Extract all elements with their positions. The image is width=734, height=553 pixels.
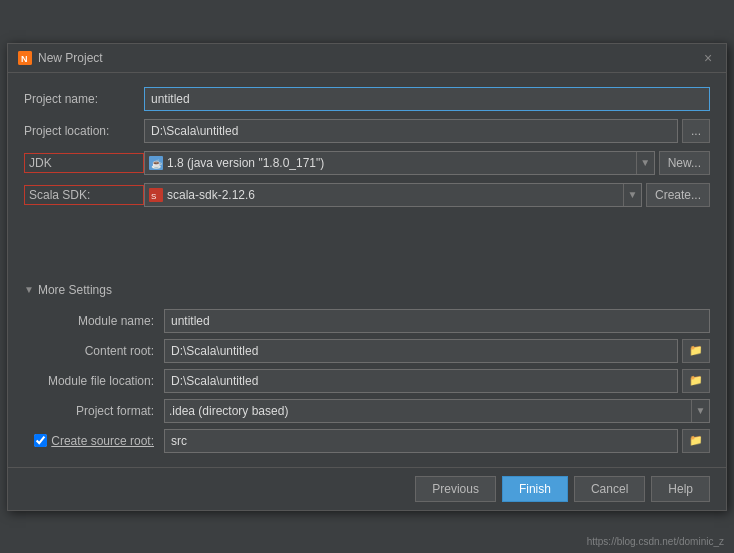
project-format-row: Project format: .idea (directory based) … [24,399,710,423]
content-root-row: Content root: 📁 [24,339,710,363]
jdk-icon: ☕ [145,156,163,170]
browse-button[interactable]: ... [682,119,710,143]
project-location-input[interactable] [144,119,678,143]
dialog-title: New Project [38,51,103,65]
module-file-label: Module file location: [24,374,164,388]
more-settings-triangle: ▼ [24,284,34,295]
content-root-browse-button[interactable]: 📁 [682,339,710,363]
more-settings-toggle[interactable]: ▼ More Settings [24,279,710,301]
jdk-version-text: 1.8 (java version "1.8.0_171") [163,156,636,170]
jdk-label: JDK [24,153,144,173]
more-settings-content: Module name: Content root: 📁 Module fil [24,309,710,453]
close-button[interactable]: × [700,50,716,66]
new-project-dialog: N New Project × Project name: Project lo… [7,43,727,511]
project-location-row: Project location: ... [24,119,710,143]
module-file-input[interactable] [164,369,678,393]
more-settings-label: More Settings [38,283,112,297]
create-source-label-area: Create source root: [24,434,164,448]
dialog-icon: N [18,51,32,65]
create-source-checkbox[interactable] [34,434,47,447]
content-root-input[interactable] [164,339,678,363]
jdk-new-button[interactable]: New... [659,151,710,175]
finish-button[interactable]: Finish [502,476,568,502]
module-name-input[interactable] [164,309,710,333]
scala-sdk-dropdown-group: S scala-sdk-2.12.6 ▼ Create... [144,183,710,207]
scala-sdk-dropdown[interactable]: S scala-sdk-2.12.6 ▼ [144,183,642,207]
content-root-label: Content root: [24,344,164,358]
content-root-input-group: 📁 [164,339,710,363]
previous-button[interactable]: Previous [415,476,496,502]
project-format-text: .idea (directory based) [165,404,691,418]
project-name-label: Project name: [24,92,144,106]
project-name-row: Project name: [24,87,710,111]
module-name-row: Module name: [24,309,710,333]
project-format-arrow[interactable]: ▼ [691,400,709,422]
more-settings-section: ▼ More Settings Module name: Content roo… [24,279,710,453]
cancel-button[interactable]: Cancel [574,476,645,502]
scala-sdk-dropdown-arrow[interactable]: ▼ [623,184,641,206]
jdk-dropdown-arrow[interactable]: ▼ [636,152,654,174]
scala-icon: S [145,188,163,202]
project-name-input[interactable] [144,87,710,111]
scala-sdk-label: Scala SDK: [24,185,144,205]
project-location-input-group: ... [144,119,710,143]
create-source-input-group: 📁 [164,429,710,453]
create-source-row: Create source root: 📁 [24,429,710,453]
scala-sdk-text: scala-sdk-2.12.6 [163,188,623,202]
create-source-browse-button[interactable]: 📁 [682,429,710,453]
scala-sdk-row: Scala SDK: S scala-sdk-2.12.6 ▼ Create..… [24,183,710,207]
project-format-label: Project format: [24,404,164,418]
jdk-dropdown-group: ☕ 1.8 (java version "1.8.0_171") ▼ New..… [144,151,710,175]
help-button[interactable]: Help [651,476,710,502]
module-file-row: Module file location: 📁 [24,369,710,393]
title-bar: N New Project × [8,44,726,73]
project-format-dropdown[interactable]: .idea (directory based) ▼ [164,399,710,423]
create-source-input[interactable] [164,429,678,453]
watermark: https://blog.csdn.net/dominic_z [587,536,724,547]
jdk-row: JDK ☕ 1.8 (java version "1.8.0_171") ▼ N… [24,151,710,175]
module-file-input-group: 📁 [164,369,710,393]
module-file-browse-button[interactable]: 📁 [682,369,710,393]
create-source-label: Create source root: [51,434,154,448]
title-bar-left: N New Project [18,51,103,65]
svg-text:N: N [21,54,28,64]
module-name-label: Module name: [24,314,164,328]
svg-text:☕: ☕ [151,158,163,170]
project-location-label: Project location: [24,124,144,138]
svg-text:S: S [151,192,156,201]
dialog-footer: Previous Finish Cancel Help [8,467,726,510]
scala-create-button[interactable]: Create... [646,183,710,207]
dialog-content: Project name: Project location: ... JDK [8,73,726,467]
spacer [24,215,710,275]
jdk-dropdown[interactable]: ☕ 1.8 (java version "1.8.0_171") ▼ [144,151,655,175]
